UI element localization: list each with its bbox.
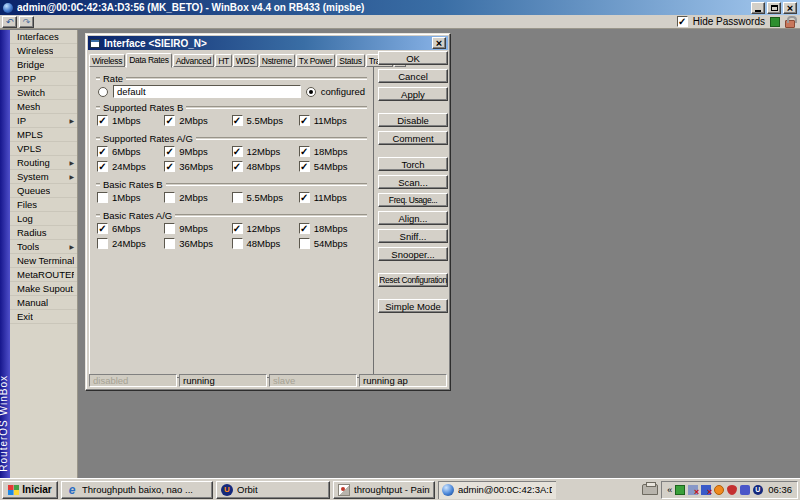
- rate-option-supported-rates-a-g-6mbps[interactable]: ✓6Mbps: [97, 145, 164, 158]
- rate-option-supported-rates-a-g-24mbps[interactable]: ✓24Mbps: [97, 160, 164, 173]
- sidebar-item-manual[interactable]: Manual: [10, 296, 77, 310]
- sidebar-item-tools[interactable]: Tools▶: [10, 240, 77, 254]
- rate-option-basic-rates-a-g-18mbps[interactable]: ✓18Mbps: [299, 222, 366, 235]
- checkbox-unchecked[interactable]: [97, 238, 108, 249]
- rate-option-supported-rates-a-g-54mbps[interactable]: ✓54Mbps: [299, 160, 366, 173]
- tray-chevron-icon[interactable]: «: [667, 485, 672, 495]
- checkbox-checked[interactable]: ✓: [299, 115, 310, 126]
- tab-wds[interactable]: WDS: [233, 54, 258, 67]
- rate-option-supported-rates-a-g-18mbps[interactable]: ✓18Mbps: [299, 145, 366, 158]
- restore-button[interactable]: [767, 2, 781, 14]
- cancel-button[interactable]: Cancel: [378, 69, 448, 83]
- rate-option-basic-rates-b-11mbps[interactable]: ✓11Mbps: [299, 191, 366, 204]
- rate-option-supported-rates-b-11mbps[interactable]: ✓11Mbps: [299, 114, 366, 127]
- undo-button[interactable]: [2, 16, 17, 28]
- checkbox-checked[interactable]: ✓: [299, 192, 310, 203]
- taskbar-task-orbit[interactable]: UOrbit: [216, 481, 330, 499]
- checkbox-unchecked[interactable]: [164, 223, 175, 234]
- rate-option-basic-rates-b-1mbps[interactable]: 1Mbps: [97, 191, 164, 204]
- rate-option-supported-rates-a-g-12mbps[interactable]: ✓12Mbps: [232, 145, 299, 158]
- messenger-icon[interactable]: [740, 485, 750, 495]
- sidebar-item-interfaces[interactable]: Interfaces: [10, 30, 77, 44]
- snooper-button[interactable]: Snooper...: [378, 247, 448, 261]
- simple-mode-button[interactable]: Simple Mode: [378, 299, 448, 313]
- checkbox-checked[interactable]: ✓: [299, 223, 310, 234]
- tab-advanced[interactable]: Advanced: [173, 54, 214, 67]
- checkbox-checked[interactable]: ✓: [232, 115, 243, 126]
- minimize-button[interactable]: [751, 2, 765, 14]
- reset-configuration-button[interactable]: Reset Configuration: [378, 273, 448, 287]
- checkbox-checked[interactable]: ✓: [299, 146, 310, 157]
- sidebar-item-queues[interactable]: Queues: [10, 184, 77, 198]
- checkbox-checked[interactable]: ✓: [97, 161, 108, 172]
- tab-ht[interactable]: HT: [215, 54, 232, 67]
- sidebar-item-switch[interactable]: Switch: [10, 86, 77, 100]
- taskbar-task-throughputh-baixo-nao[interactable]: eThroughputh baixo, nao ...: [61, 481, 213, 499]
- sidebar-item-log[interactable]: Log: [10, 212, 77, 226]
- orbit-tray-icon[interactable]: [753, 485, 763, 495]
- sidebar-item-files[interactable]: Files: [10, 198, 77, 212]
- security-shield-icon[interactable]: [727, 485, 737, 495]
- disable-button[interactable]: Disable: [378, 113, 448, 127]
- rate-option-supported-rates-b-2mbps[interactable]: ✓2Mbps: [164, 114, 231, 127]
- sidebar-item-new-terminal[interactable]: New Terminal: [10, 254, 77, 268]
- ok-button[interactable]: OK: [378, 51, 448, 65]
- scan-button[interactable]: Scan...: [378, 175, 448, 189]
- taskbar-task-throughtput-paint[interactable]: throughtput - Paint: [333, 481, 435, 499]
- checkbox-unchecked[interactable]: [232, 192, 243, 203]
- hide-passwords-checkbox[interactable]: ✓: [677, 16, 688, 27]
- sidebar-item-radius[interactable]: Radius: [10, 226, 77, 240]
- checkbox-unchecked[interactable]: [232, 238, 243, 249]
- checkbox-checked[interactable]: ✓: [97, 223, 108, 234]
- tab-status[interactable]: Status: [336, 54, 364, 67]
- freq-usage-button[interactable]: Freq. Usage...: [378, 193, 448, 207]
- checkbox-unchecked[interactable]: [97, 192, 108, 203]
- sidebar-item-vpls[interactable]: VPLS: [10, 142, 77, 156]
- checkbox-checked[interactable]: ✓: [97, 115, 108, 126]
- rate-option-basic-rates-a-g-9mbps[interactable]: 9Mbps: [164, 222, 231, 235]
- checkbox-checked[interactable]: ✓: [299, 161, 310, 172]
- comment-button[interactable]: Comment: [378, 131, 448, 145]
- rate-configured-radio[interactable]: [306, 87, 316, 97]
- checkbox-unchecked[interactable]: [164, 192, 175, 203]
- redo-button[interactable]: [19, 16, 34, 28]
- rate-option-basic-rates-a-g-36mbps[interactable]: 36Mbps: [164, 237, 231, 250]
- rate-option-supported-rates-b-5-5mbps[interactable]: ✓5.5Mbps: [232, 114, 299, 127]
- sidebar-item-exit[interactable]: Exit: [10, 310, 77, 324]
- printer-icon[interactable]: [642, 484, 658, 495]
- start-button[interactable]: Iniciar: [2, 481, 58, 499]
- rate-option-basic-rates-b-5-5mbps[interactable]: 5.5Mbps: [232, 191, 299, 204]
- sidebar-item-ip[interactable]: IP▶: [10, 114, 77, 128]
- sidebar-item-ppp[interactable]: PPP: [10, 72, 77, 86]
- torch-button[interactable]: Torch: [378, 157, 448, 171]
- sidebar-item-mpls[interactable]: MPLS: [10, 128, 77, 142]
- rate-option-basic-rates-a-g-6mbps[interactable]: ✓6Mbps: [97, 222, 164, 235]
- sidebar-item-mesh[interactable]: Mesh: [10, 100, 77, 114]
- sidebar-item-wireless[interactable]: Wireless: [10, 44, 77, 58]
- sidebar-item-make-supout-rif[interactable]: Make Supout.rif: [10, 282, 77, 296]
- checkbox-unchecked[interactable]: [164, 238, 175, 249]
- checkbox-checked[interactable]: ✓: [232, 223, 243, 234]
- checkbox-checked[interactable]: ✓: [164, 115, 175, 126]
- tab-wireless[interactable]: Wireless: [89, 54, 125, 67]
- rate-option-supported-rates-b-1mbps[interactable]: ✓1Mbps: [97, 114, 164, 127]
- tab-tx-power[interactable]: Tx Power: [296, 54, 336, 67]
- tab-nstreme[interactable]: Nstreme: [259, 54, 295, 67]
- rate-option-basic-rates-a-g-48mbps[interactable]: 48Mbps: [232, 237, 299, 250]
- connection-error-icon[interactable]: [688, 485, 698, 495]
- rate-option-basic-rates-a-g-24mbps[interactable]: 24Mbps: [97, 237, 164, 250]
- rate-option-basic-rates-a-g-54mbps[interactable]: 54Mbps: [299, 237, 366, 250]
- sidebar-item-routing[interactable]: Routing▶: [10, 156, 77, 170]
- rate-option-supported-rates-a-g-36mbps[interactable]: ✓36Mbps: [164, 160, 231, 173]
- rate-default-radio[interactable]: [98, 87, 108, 97]
- checkbox-checked[interactable]: ✓: [164, 146, 175, 157]
- display-error-icon[interactable]: [701, 485, 711, 495]
- tab-data-rates[interactable]: Data Rates: [126, 53, 172, 68]
- checkbox-checked[interactable]: ✓: [97, 146, 108, 157]
- taskbar-task-admin-00-0c-42-3a-d[interactable]: admin@00:0C:42:3A:D...: [438, 481, 556, 499]
- rate-option-supported-rates-a-g-9mbps[interactable]: ✓9Mbps: [164, 145, 231, 158]
- checkbox-unchecked[interactable]: [299, 238, 310, 249]
- checkbox-checked[interactable]: ✓: [164, 161, 175, 172]
- close-button[interactable]: [783, 2, 797, 14]
- sniff-button[interactable]: Sniff...: [378, 229, 448, 243]
